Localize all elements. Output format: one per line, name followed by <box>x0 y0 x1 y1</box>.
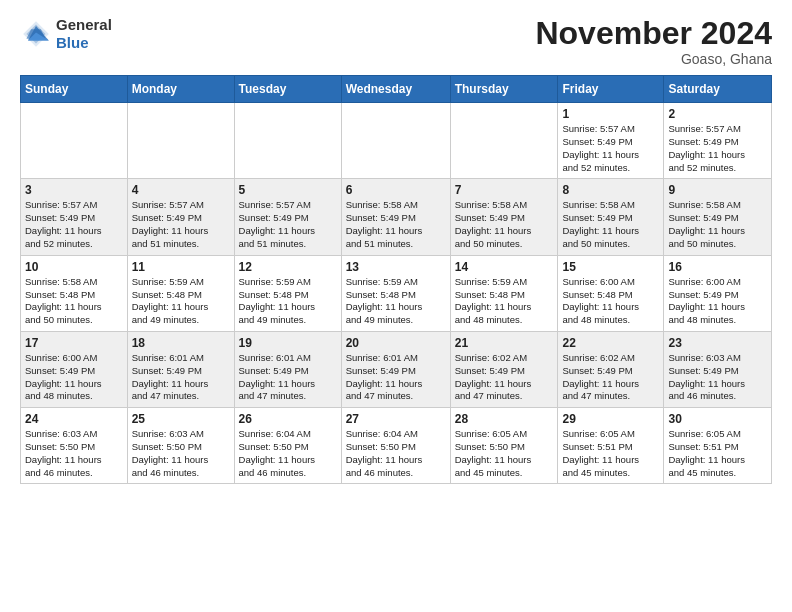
calendar-cell <box>234 103 341 179</box>
day-number: 11 <box>132 260 230 274</box>
col-thursday: Thursday <box>450 76 558 103</box>
title-block: November 2024 Goaso, Ghana <box>535 16 772 67</box>
day-number: 4 <box>132 183 230 197</box>
calendar-table: Sunday Monday Tuesday Wednesday Thursday… <box>20 75 772 484</box>
day-info: Sunrise: 5:57 AM Sunset: 5:49 PM Dayligh… <box>25 199 123 250</box>
day-info: Sunrise: 6:00 AM Sunset: 5:48 PM Dayligh… <box>562 276 659 327</box>
day-number: 23 <box>668 336 767 350</box>
calendar-cell: 12Sunrise: 5:59 AM Sunset: 5:48 PM Dayli… <box>234 255 341 331</box>
day-number: 30 <box>668 412 767 426</box>
day-number: 20 <box>346 336 446 350</box>
calendar-cell: 4Sunrise: 5:57 AM Sunset: 5:49 PM Daylig… <box>127 179 234 255</box>
day-info: Sunrise: 6:05 AM Sunset: 5:51 PM Dayligh… <box>562 428 659 479</box>
calendar-cell: 16Sunrise: 6:00 AM Sunset: 5:49 PM Dayli… <box>664 255 772 331</box>
day-number: 14 <box>455 260 554 274</box>
day-info: Sunrise: 5:58 AM Sunset: 5:48 PM Dayligh… <box>25 276 123 327</box>
day-info: Sunrise: 6:01 AM Sunset: 5:49 PM Dayligh… <box>346 352 446 403</box>
day-number: 5 <box>239 183 337 197</box>
day-info: Sunrise: 6:03 AM Sunset: 5:49 PM Dayligh… <box>668 352 767 403</box>
calendar-cell: 21Sunrise: 6:02 AM Sunset: 5:49 PM Dayli… <box>450 331 558 407</box>
day-number: 18 <box>132 336 230 350</box>
day-info: Sunrise: 6:01 AM Sunset: 5:49 PM Dayligh… <box>132 352 230 403</box>
calendar-cell: 19Sunrise: 6:01 AM Sunset: 5:49 PM Dayli… <box>234 331 341 407</box>
day-number: 17 <box>25 336 123 350</box>
day-number: 2 <box>668 107 767 121</box>
calendar-week-5: 24Sunrise: 6:03 AM Sunset: 5:50 PM Dayli… <box>21 408 772 484</box>
calendar-cell: 11Sunrise: 5:59 AM Sunset: 5:48 PM Dayli… <box>127 255 234 331</box>
day-info: Sunrise: 5:59 AM Sunset: 5:48 PM Dayligh… <box>132 276 230 327</box>
calendar-cell: 7Sunrise: 5:58 AM Sunset: 5:49 PM Daylig… <box>450 179 558 255</box>
calendar-cell: 13Sunrise: 5:59 AM Sunset: 5:48 PM Dayli… <box>341 255 450 331</box>
calendar-header-row: Sunday Monday Tuesday Wednesday Thursday… <box>21 76 772 103</box>
calendar-cell: 9Sunrise: 5:58 AM Sunset: 5:49 PM Daylig… <box>664 179 772 255</box>
calendar-cell: 23Sunrise: 6:03 AM Sunset: 5:49 PM Dayli… <box>664 331 772 407</box>
day-info: Sunrise: 5:57 AM Sunset: 5:49 PM Dayligh… <box>562 123 659 174</box>
calendar-cell <box>341 103 450 179</box>
day-info: Sunrise: 6:02 AM Sunset: 5:49 PM Dayligh… <box>562 352 659 403</box>
col-sunday: Sunday <box>21 76 128 103</box>
day-info: Sunrise: 6:00 AM Sunset: 5:49 PM Dayligh… <box>25 352 123 403</box>
header: General Blue November 2024 Goaso, Ghana <box>20 16 772 67</box>
calendar-cell: 3Sunrise: 5:57 AM Sunset: 5:49 PM Daylig… <box>21 179 128 255</box>
day-info: Sunrise: 6:03 AM Sunset: 5:50 PM Dayligh… <box>132 428 230 479</box>
calendar-cell: 14Sunrise: 5:59 AM Sunset: 5:48 PM Dayli… <box>450 255 558 331</box>
calendar-cell: 2Sunrise: 5:57 AM Sunset: 5:49 PM Daylig… <box>664 103 772 179</box>
day-number: 8 <box>562 183 659 197</box>
day-info: Sunrise: 6:01 AM Sunset: 5:49 PM Dayligh… <box>239 352 337 403</box>
day-info: Sunrise: 5:59 AM Sunset: 5:48 PM Dayligh… <box>455 276 554 327</box>
day-number: 1 <box>562 107 659 121</box>
logo: General Blue <box>20 16 112 52</box>
day-info: Sunrise: 6:00 AM Sunset: 5:49 PM Dayligh… <box>668 276 767 327</box>
calendar-week-2: 3Sunrise: 5:57 AM Sunset: 5:49 PM Daylig… <box>21 179 772 255</box>
calendar-week-1: 1Sunrise: 5:57 AM Sunset: 5:49 PM Daylig… <box>21 103 772 179</box>
day-info: Sunrise: 5:58 AM Sunset: 5:49 PM Dayligh… <box>346 199 446 250</box>
day-info: Sunrise: 5:58 AM Sunset: 5:49 PM Dayligh… <box>455 199 554 250</box>
calendar-cell: 27Sunrise: 6:04 AM Sunset: 5:50 PM Dayli… <box>341 408 450 484</box>
day-number: 9 <box>668 183 767 197</box>
calendar-cell: 22Sunrise: 6:02 AM Sunset: 5:49 PM Dayli… <box>558 331 664 407</box>
day-number: 13 <box>346 260 446 274</box>
calendar-cell: 17Sunrise: 6:00 AM Sunset: 5:49 PM Dayli… <box>21 331 128 407</box>
col-saturday: Saturday <box>664 76 772 103</box>
logo-text: General Blue <box>56 16 112 52</box>
calendar-week-3: 10Sunrise: 5:58 AM Sunset: 5:48 PM Dayli… <box>21 255 772 331</box>
col-tuesday: Tuesday <box>234 76 341 103</box>
day-number: 7 <box>455 183 554 197</box>
month-title: November 2024 <box>535 16 772 51</box>
calendar-cell: 24Sunrise: 6:03 AM Sunset: 5:50 PM Dayli… <box>21 408 128 484</box>
col-monday: Monday <box>127 76 234 103</box>
calendar-cell: 30Sunrise: 6:05 AM Sunset: 5:51 PM Dayli… <box>664 408 772 484</box>
day-number: 25 <box>132 412 230 426</box>
day-info: Sunrise: 5:58 AM Sunset: 5:49 PM Dayligh… <box>562 199 659 250</box>
day-info: Sunrise: 5:58 AM Sunset: 5:49 PM Dayligh… <box>668 199 767 250</box>
day-info: Sunrise: 5:57 AM Sunset: 5:49 PM Dayligh… <box>239 199 337 250</box>
day-number: 6 <box>346 183 446 197</box>
calendar-cell: 29Sunrise: 6:05 AM Sunset: 5:51 PM Dayli… <box>558 408 664 484</box>
day-number: 12 <box>239 260 337 274</box>
calendar-week-4: 17Sunrise: 6:00 AM Sunset: 5:49 PM Dayli… <box>21 331 772 407</box>
calendar-cell: 25Sunrise: 6:03 AM Sunset: 5:50 PM Dayli… <box>127 408 234 484</box>
day-info: Sunrise: 5:57 AM Sunset: 5:49 PM Dayligh… <box>668 123 767 174</box>
col-friday: Friday <box>558 76 664 103</box>
logo-blue: Blue <box>56 34 89 51</box>
calendar-cell <box>450 103 558 179</box>
logo-icon <box>20 18 52 50</box>
day-number: 19 <box>239 336 337 350</box>
day-number: 26 <box>239 412 337 426</box>
day-number: 27 <box>346 412 446 426</box>
day-info: Sunrise: 5:59 AM Sunset: 5:48 PM Dayligh… <box>239 276 337 327</box>
day-number: 21 <box>455 336 554 350</box>
day-number: 10 <box>25 260 123 274</box>
day-info: Sunrise: 6:04 AM Sunset: 5:50 PM Dayligh… <box>239 428 337 479</box>
day-number: 28 <box>455 412 554 426</box>
calendar-cell: 1Sunrise: 5:57 AM Sunset: 5:49 PM Daylig… <box>558 103 664 179</box>
day-number: 22 <box>562 336 659 350</box>
location: Goaso, Ghana <box>535 51 772 67</box>
day-info: Sunrise: 5:59 AM Sunset: 5:48 PM Dayligh… <box>346 276 446 327</box>
calendar-cell <box>127 103 234 179</box>
day-info: Sunrise: 6:05 AM Sunset: 5:51 PM Dayligh… <box>668 428 767 479</box>
day-info: Sunrise: 5:57 AM Sunset: 5:49 PM Dayligh… <box>132 199 230 250</box>
calendar-cell: 26Sunrise: 6:04 AM Sunset: 5:50 PM Dayli… <box>234 408 341 484</box>
calendar-cell: 6Sunrise: 5:58 AM Sunset: 5:49 PM Daylig… <box>341 179 450 255</box>
day-info: Sunrise: 6:05 AM Sunset: 5:50 PM Dayligh… <box>455 428 554 479</box>
